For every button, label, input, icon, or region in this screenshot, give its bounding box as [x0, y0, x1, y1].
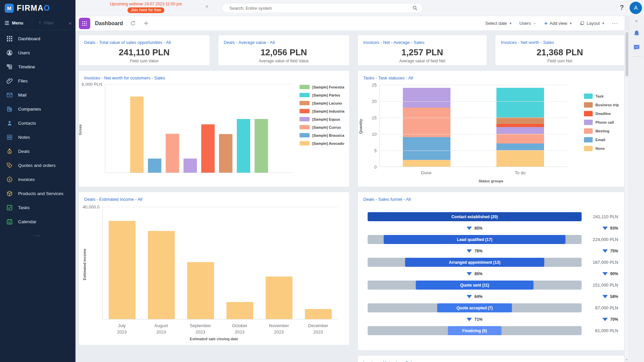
sidebar-header: ☰Menu Filter «	[0, 16, 75, 30]
funnel-stage-label: Finalizing (5)	[462, 328, 487, 333]
notifications-bell-icon[interactable]	[633, 29, 641, 38]
notes-icon	[6, 134, 13, 141]
scrollbar-down-arrow[interactable]: ▼	[625, 358, 629, 361]
legend-label: [Sample] Currus	[312, 125, 341, 129]
content-header: Dashboard Select date▼ Users +Add view▼ …	[75, 16, 625, 31]
calendar-icon: 31	[6, 218, 13, 225]
kpi-value: 21,368 PLN	[501, 47, 619, 58]
sidebar-item-products-and-services[interactable]: Products and Services	[0, 186, 75, 200]
transition-count-pct: 85%	[474, 272, 482, 276]
tag-icon: $	[6, 162, 13, 169]
y-axis-tick-label: 15	[368, 115, 377, 120]
menu-button[interactable]: ☰Menu	[5, 20, 23, 26]
legend-item-sample-industria: [Sample] Industria	[300, 109, 344, 113]
sidebar-item-users[interactable]: Users	[0, 46, 75, 60]
triangle-down-icon	[602, 272, 608, 276]
webinar-join-button[interactable]: Join here for free	[127, 7, 165, 13]
notice-close-icon[interactable]: ×	[205, 4, 208, 10]
sidebar-item-dashboard[interactable]: Dashboard	[0, 32, 75, 46]
refresh-icon[interactable]	[130, 20, 136, 26]
transition-value-pct: 70%	[610, 317, 618, 322]
sidebar-item-label: Tasks	[18, 205, 30, 210]
scrollbar-thumb[interactable]	[626, 32, 628, 76]
select-date-dropdown[interactable]: Select date▼	[485, 21, 512, 26]
global-search[interactable]	[222, 3, 423, 13]
sidebar-item-tasks[interactable]: Tasks	[0, 200, 75, 215]
filter-button[interactable]: Filter	[32, 19, 54, 27]
kpi-value: 12,056 PLN	[224, 47, 344, 58]
sidebar-collapse-icon[interactable]: «	[69, 20, 71, 26]
segment-meeting	[403, 108, 450, 137]
help-icon[interactable]: ?	[620, 4, 624, 11]
legend-label: Business trip	[595, 103, 619, 107]
rail-collapse-icon[interactable]: «	[635, 18, 638, 23]
vertical-scrollbar[interactable]: ▼	[625, 31, 629, 362]
sidebar-more-button[interactable]: ...	[0, 231, 75, 237]
rail-divider	[631, 56, 642, 57]
sidebar-item-deals[interactable]: $Deals	[0, 144, 75, 158]
search-icon[interactable]	[412, 5, 418, 11]
legend-swatch	[300, 133, 310, 137]
sidebar-item-label: Users	[18, 50, 30, 55]
add-widget-plus-icon[interactable]	[143, 20, 149, 26]
gridline	[380, 85, 567, 85]
sidebar-item-label: Mail	[18, 93, 26, 98]
funnel-stage-label: Lead qualified (17)	[457, 237, 492, 242]
legend-item-meeting: Meeting	[584, 128, 619, 134]
svg-text:$: $	[9, 178, 10, 181]
sidebar-item-label: Deals	[18, 149, 30, 154]
person-icon	[6, 120, 13, 127]
sidebar-item-companies[interactable]: Companies	[0, 102, 75, 116]
x-axis-title: Estimated sale closing date	[79, 337, 349, 341]
paperclip-icon	[6, 77, 13, 84]
users-dropdown[interactable]: Users	[519, 21, 537, 26]
right-rail: «	[629, 16, 644, 362]
sidebar-item-calendar[interactable]: 31Calendar	[0, 215, 75, 229]
layout-dropdown[interactable]: Layout▼	[580, 21, 605, 26]
kpi-title-link[interactable]: Deals - Average value - All	[224, 40, 275, 45]
bar-august-2023	[148, 231, 175, 319]
dashboard-tile-icon[interactable]	[79, 18, 90, 29]
legend-label: Email	[595, 138, 605, 142]
legend-item-sample-partes: [Sample] Partes	[300, 93, 344, 97]
sidebar-item-timeline[interactable]: Timeline	[0, 60, 75, 74]
stack-slot-to-do	[474, 88, 568, 167]
x-category-label: July2023	[102, 323, 142, 336]
logo[interactable]: M FIRMAO	[0, 0, 75, 16]
kpi-card-invoices-net-average-sales: Invoices - Net - Average - Sales1,257 PL…	[358, 35, 487, 66]
bar-july-2023	[109, 221, 136, 319]
chart-legend: [Sample] Fenestra[Sample] Partes[Sample]…	[300, 85, 344, 145]
chart-title-link[interactable]: Deals - Sales funnel - All	[363, 197, 411, 202]
search-input[interactable]	[229, 6, 412, 11]
bar-sample-partes	[237, 119, 250, 173]
triangle-down-icon	[467, 227, 472, 230]
sidebar-item-contacts[interactable]: Contacts	[0, 116, 75, 130]
sidebar-item-notes[interactable]: Notes	[0, 130, 75, 144]
legend-swatch	[584, 94, 593, 99]
sidebar-item-invoices[interactable]: $Invoices	[0, 172, 75, 186]
sidebar-item-quotes-and-orders[interactable]: $Quotes and orders	[0, 158, 75, 172]
chart-title-link[interactable]: Deals - Estimated income - All	[84, 197, 142, 202]
add-view-button[interactable]: +Add view▼	[544, 20, 572, 27]
legend-item-sample-lacuno: [Sample] Lacuno	[300, 101, 344, 105]
legend-swatch	[584, 128, 593, 134]
page-title: Dashboard	[95, 20, 123, 26]
sidebar-item-files[interactable]: Files	[0, 74, 75, 88]
kpi-row-right: Invoices - Net - Average - Sales1,257 PL…	[358, 35, 625, 66]
kpi-title-link[interactable]: Invoices - Net - Average - Sales	[363, 40, 425, 45]
kpi-title-link[interactable]: Invoices - Net worth - Sales	[501, 40, 554, 45]
funnel-bar: Contact established (20)	[368, 212, 582, 221]
chart-title-link[interactable]: Invoices - Net value - Sales	[363, 360, 416, 362]
chart-title-link[interactable]: Invoices - Net worth for customers - Sal…	[84, 75, 165, 80]
chart-card-sales-funnel: Deals - Sales funnel - All Contact estab…	[358, 192, 625, 351]
chart-title-link[interactable]: Tasks - Task statuses - All	[363, 75, 413, 80]
transition-value-pct: 90%	[610, 272, 618, 276]
sidebar-item-label: Invoices	[18, 177, 35, 182]
funnel-transition: 85%93%	[363, 221, 619, 235]
kpi-title-link[interactable]: Deals - Total value of sales opportuniti…	[84, 40, 171, 45]
header-more-button[interactable]: ···	[612, 21, 619, 26]
sidebar-item-mail[interactable]: Mail	[0, 88, 75, 102]
avatar[interactable]: A	[630, 2, 642, 14]
x-category-label: December2023	[299, 323, 338, 336]
chat-icon[interactable]	[633, 44, 641, 52]
